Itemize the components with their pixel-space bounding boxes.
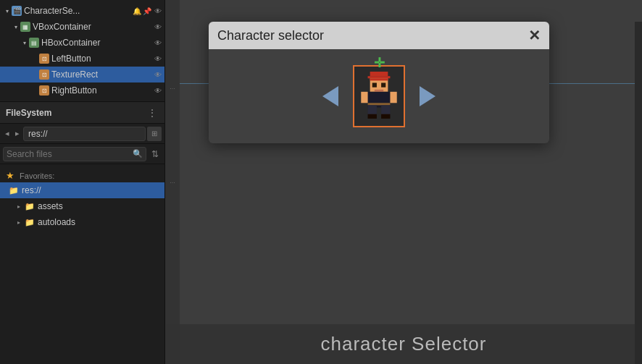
right-arrow-icon <box>420 86 435 106</box>
character-sprite <box>360 72 398 121</box>
search-input[interactable] <box>7 149 133 159</box>
path-back-button[interactable]: ◂ <box>3 127 12 140</box>
filesystem-menu-button[interactable]: ⋮ <box>146 106 159 120</box>
next-character-button[interactable] <box>420 86 435 106</box>
folder-icon-res: 📁 <box>9 186 19 195</box>
search-icon: 🔍 <box>133 149 143 158</box>
main-viewport: ... ... Character selector ✕ ✛ <box>165 0 642 364</box>
expand-arrow-vbox[interactable]: ▾ <box>12 22 20 31</box>
viewport-scrollbar[interactable] <box>635 22 642 364</box>
file-label-autoloads: autoloads <box>38 217 75 227</box>
expand-arrow-hbox[interactable]: ▾ <box>20 38 29 47</box>
character-selector-dialog: Character selector ✕ ✛ <box>209 22 549 143</box>
eye-icon-characterse[interactable]: 👁 <box>154 7 162 15</box>
tree-item-hboxcontainer[interactable]: ▾ ▤ HBoxContainer 👁 <box>0 35 164 51</box>
tree-label-rightbutton: RightButton <box>51 85 151 96</box>
dialog-close-button[interactable]: ✕ <box>528 27 541 44</box>
tree-label-texturerect: TextureRect <box>51 69 151 80</box>
tree-item-leftbutton[interactable]: ▾ ⊡ LeftButton 👁 <box>0 51 164 67</box>
svg-rect-3 <box>370 78 388 80</box>
left-panel: ▾ 🎬 CharacterSe... 🔔 📌 👁 ▾ ▦ VBoxContain… <box>0 0 165 364</box>
character-preview-wrapper: ✛ <box>353 65 405 127</box>
svg-rect-12 <box>381 114 390 119</box>
svg-rect-4 <box>372 82 377 87</box>
eye-icon-hbox[interactable]: 👁 <box>154 39 162 47</box>
cursor-cross-icon: ✛ <box>374 55 385 71</box>
scene-tree: ▾ 🎬 CharacterSe... 🔔 📌 👁 ▾ ▦ VBoxContain… <box>0 0 164 102</box>
file-label-assets: assets <box>38 201 63 211</box>
layout-toggle-button[interactable]: ⊞ <box>147 127 162 141</box>
margin-tick-2: ... <box>170 177 175 185</box>
favorites-text: Favorites: <box>20 172 54 180</box>
tree-label-vboxcontainer: VBoxContainer <box>33 22 151 32</box>
signal-icon: 🔔 <box>133 7 141 15</box>
dialog-title: Character selector <box>217 28 324 43</box>
search-bar: 🔍 ⇅ <box>0 144 164 164</box>
node-icon-button-left: ⊡ <box>39 54 49 64</box>
folder-icon-autoloads: 📁 <box>25 218 35 227</box>
bottom-footer-label: character Selector <box>321 333 487 355</box>
left-margin: ... ... <box>165 0 180 364</box>
pin-icon: 📌 <box>143 7 151 15</box>
node-icon-button-right: ⊡ <box>39 85 49 96</box>
filesystem-section: FileSystem ⋮ ◂ ▸ ⊞ 🔍 ⇅ ★ Favorites: <box>0 102 164 364</box>
svg-rect-13 <box>361 92 367 103</box>
eye-icon-vbox[interactable]: 👁 <box>154 23 162 31</box>
tree-item-texturerect[interactable]: ▾ ⊡ TextureRect 👁 <box>0 67 164 82</box>
tree-label-hboxcontainer: HBoxContainer <box>41 38 151 48</box>
favorites-label: ★ Favorites: <box>0 167 164 182</box>
sort-button[interactable]: ⇅ <box>149 148 162 161</box>
file-item-assets[interactable]: ▸ 📁 assets <box>0 198 164 214</box>
node-icon-texture: ⊡ <box>39 69 49 80</box>
dialog-titlebar: Character selector ✕ <box>209 22 549 49</box>
svg-rect-5 <box>381 82 385 87</box>
expand-arrow-assets[interactable]: ▸ <box>14 202 23 211</box>
tree-label-leftbutton: LeftButton <box>51 54 151 64</box>
filesystem-header: FileSystem ⋮ <box>0 102 164 124</box>
expand-arrow-characterse[interactable]: ▾ <box>3 7 12 15</box>
svg-rect-8 <box>368 103 391 105</box>
filesystem-title: FileSystem <box>6 108 146 118</box>
file-tree: ★ Favorites: 📁 res:// ▸ 📁 assets ▸ 📁 aut… <box>0 164 164 364</box>
svg-rect-14 <box>390 92 396 103</box>
file-item-autoloads[interactable]: ▸ 📁 autoloads <box>0 214 164 230</box>
file-item-res[interactable]: 📁 res:// <box>0 182 164 198</box>
star-icon: ★ <box>6 170 14 181</box>
node-icon-scene: 🎬 <box>12 6 22 16</box>
prev-character-button[interactable] <box>322 86 338 106</box>
bottom-label-area: character Selector <box>165 324 642 364</box>
left-arrow-icon <box>322 86 338 106</box>
tree-item-vboxcontainer[interactable]: ▾ ▦ VBoxContainer 👁 <box>0 19 164 35</box>
svg-rect-1 <box>368 76 391 78</box>
svg-rect-0 <box>370 72 388 76</box>
character-preview-box <box>353 65 405 127</box>
eye-icon-rightbtn[interactable]: 👁 <box>154 87 162 95</box>
tree-item-characterse[interactable]: ▾ 🎬 CharacterSe... 🔔 📌 👁 <box>0 3 164 19</box>
file-label-res: res:// <box>22 185 41 195</box>
node-icon-vbox: ▦ <box>20 22 30 32</box>
folder-icon-assets: 📁 <box>25 202 35 211</box>
dialog-body: ✛ <box>209 49 549 143</box>
viewport-bg: ... ... Character selector ✕ ✛ <box>165 0 642 364</box>
search-input-wrapper: 🔍 <box>3 147 146 161</box>
expand-arrow-autoloads[interactable]: ▸ <box>14 218 23 227</box>
eye-icon-leftbtn[interactable]: 👁 <box>154 55 162 63</box>
tree-item-rightbutton[interactable]: ▾ ⊡ RightButton 👁 <box>0 82 164 98</box>
svg-rect-11 <box>368 114 377 119</box>
path-forward-button[interactable]: ▸ <box>13 127 22 140</box>
tree-label-characterse: CharacterSe... <box>24 6 130 16</box>
margin-tick-1: ... <box>170 83 175 90</box>
path-input[interactable] <box>23 127 146 141</box>
eye-icon-texture[interactable]: 👁 <box>154 71 162 79</box>
node-icon-hbox: ▤ <box>29 38 39 48</box>
path-bar: ◂ ▸ ⊞ <box>0 124 164 144</box>
svg-rect-6 <box>375 90 383 92</box>
